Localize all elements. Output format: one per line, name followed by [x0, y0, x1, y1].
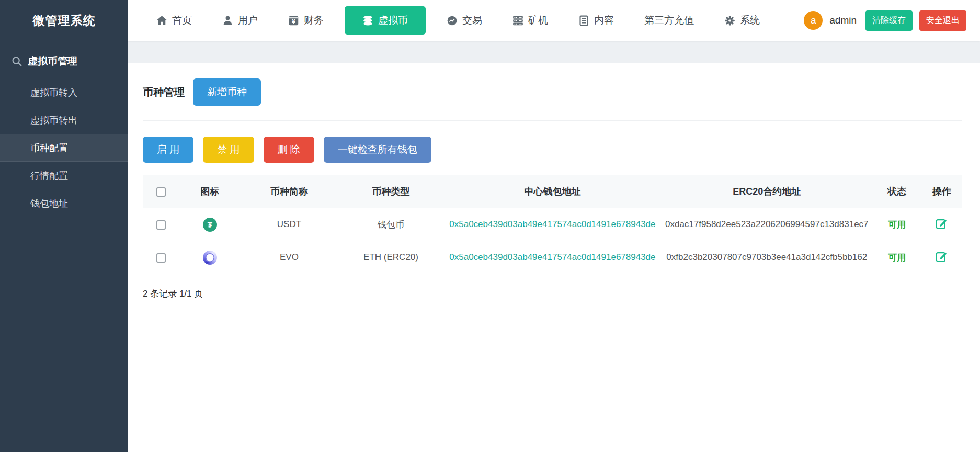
status-badge: 可用	[873, 208, 921, 241]
coin-type: 钱包币	[338, 208, 444, 241]
search-icon	[12, 56, 22, 67]
edit-icon	[936, 250, 948, 262]
select-all-checkbox[interactable]	[156, 187, 166, 197]
miner-icon	[512, 15, 523, 26]
sidebar-menu: 虚拟币转入 虚拟币转出 币种配置 行情配置 钱包地址	[0, 78, 128, 217]
col-header-name: 币种简称	[241, 175, 338, 208]
coin-type: ETH (ERC20)	[338, 241, 444, 274]
disable-button[interactable]: 禁 用	[203, 137, 254, 163]
tab-home[interactable]: 首页	[147, 6, 201, 35]
user-name[interactable]: admin	[829, 15, 857, 26]
sidebar-item-wallet-address[interactable]: 钱包地址	[0, 189, 128, 217]
sidebar-item-coin-transfer-out[interactable]: 虚拟币转出	[0, 106, 128, 134]
tab-content[interactable]: 内容	[569, 6, 623, 35]
check-all-wallets-button[interactable]: 一键检查所有钱包	[324, 137, 431, 163]
col-header-action: 操作	[921, 175, 962, 208]
page-divider-strip	[128, 41, 980, 63]
coin-name: USDT	[241, 208, 338, 241]
central-wallet-address[interactable]: 0x5a0ceb439d03ab49e417574ac0d1491e678943…	[444, 241, 661, 274]
gear-icon	[724, 15, 735, 26]
tab-finance[interactable]: 财务	[279, 6, 333, 35]
tab-coin[interactable]: 虚拟币	[345, 6, 426, 35]
sidebar-item-coin-config[interactable]: 币种配置	[0, 134, 128, 162]
finance-icon	[288, 15, 299, 26]
row-checkbox[interactable]	[156, 253, 166, 263]
app-window: 微管理系统 虚拟币管理 虚拟币转入 虚拟币转出 币种配置 行情配置 钱包地址 首…	[0, 0, 980, 452]
edit-button[interactable]	[936, 217, 948, 229]
logout-button[interactable]: 安全退出	[919, 10, 966, 31]
tab-miner[interactable]: 矿机	[503, 6, 557, 35]
content-area: 币种管理 新增币种 启 用禁 用删 除一键检查所有钱包 图标 币种简称 币种类型…	[128, 63, 980, 452]
tab-trade[interactable]: 交易	[437, 6, 492, 35]
top-navigation: 首页 用户 财务 虚拟币 交易 矿机 内容 第三方充值 系统	[147, 6, 769, 35]
record-summary: 2 条记录 1/1 页	[143, 288, 962, 300]
col-header-status: 状态	[873, 175, 921, 208]
enable-button[interactable]: 启 用	[143, 137, 193, 163]
sidebar-item-market-config[interactable]: 行情配置	[0, 162, 128, 189]
page-header: 币种管理 新增币种	[143, 78, 962, 121]
add-coin-button[interactable]: 新增币种	[193, 78, 261, 106]
sidebar-section-header: 虚拟币管理	[0, 41, 128, 78]
row-select-cell	[143, 241, 179, 274]
usdt-coin-icon: ₮	[203, 218, 217, 232]
tab-users[interactable]: 用户	[213, 6, 267, 35]
table-row: ₮ USDT 钱包币 0x5a0ceb439d03ab49e417574ac0d…	[143, 208, 962, 241]
coin-icon-cell	[179, 241, 241, 274]
tab-system[interactable]: 系统	[715, 6, 769, 35]
coin-icon-cell: ₮	[179, 208, 241, 241]
erc20-contract-address: 0xfb2c3b20307807c9703b3ee41a3d142cfb5bb1…	[661, 241, 873, 274]
evo-coin-icon	[203, 251, 217, 265]
delete-button[interactable]: 删 除	[264, 137, 314, 163]
toolbar: 启 用禁 用删 除一键检查所有钱包	[143, 137, 962, 163]
doc-icon	[578, 15, 589, 26]
coin-icon	[362, 15, 373, 26]
col-header-type: 币种类型	[338, 175, 444, 208]
action-cell	[921, 208, 962, 241]
home-icon	[156, 15, 167, 26]
table-row: EVO ETH (ERC20) 0x5a0ceb439d03ab49e41757…	[143, 241, 962, 274]
tab-third-party[interactable]: 第三方充值	[635, 6, 703, 35]
avatar[interactable]: a	[804, 11, 823, 30]
sidebar-section-title: 虚拟币管理	[28, 54, 77, 68]
table-header-row: 图标 币种简称 币种类型 中心钱包地址 ERC20合约地址 状态 操作	[143, 175, 962, 208]
page-title: 币种管理	[143, 85, 185, 99]
col-header-icon: 图标	[179, 175, 241, 208]
edit-icon	[936, 217, 948, 229]
clear-cache-button[interactable]: 清除缓存	[865, 10, 913, 31]
trade-icon	[447, 15, 458, 26]
coin-name: EVO	[241, 241, 338, 274]
row-select-cell	[143, 208, 179, 241]
row-checkbox[interactable]	[156, 220, 166, 230]
erc20-contract-address: 0xdac17f958d2ee523a2206206994597c13d831e…	[661, 208, 873, 241]
action-cell	[921, 241, 962, 274]
coin-table: 图标 币种简称 币种类型 中心钱包地址 ERC20合约地址 状态 操作 ₮ US…	[143, 175, 962, 274]
col-header-wallet: 中心钱包地址	[444, 175, 661, 208]
main-column: 首页 用户 财务 虚拟币 交易 矿机 内容 第三方充值 系统 a admin 清…	[128, 0, 980, 452]
topbar: 首页 用户 财务 虚拟币 交易 矿机 内容 第三方充值 系统 a admin 清…	[128, 0, 980, 41]
col-header-contract: ERC20合约地址	[661, 175, 873, 208]
status-badge: 可用	[873, 241, 921, 274]
sidebar-item-coin-transfer-in[interactable]: 虚拟币转入	[0, 78, 128, 106]
user-area: a admin 清除缓存 安全退出	[804, 10, 966, 31]
edit-button[interactable]	[936, 250, 948, 262]
app-title: 微管理系统	[0, 0, 128, 41]
user-icon	[222, 15, 233, 26]
sidebar: 微管理系统 虚拟币管理 虚拟币转入 虚拟币转出 币种配置 行情配置 钱包地址	[0, 0, 128, 452]
select-all-cell	[143, 175, 179, 208]
central-wallet-address[interactable]: 0x5a0ceb439d03ab49e417574ac0d1491e678943…	[444, 208, 661, 241]
